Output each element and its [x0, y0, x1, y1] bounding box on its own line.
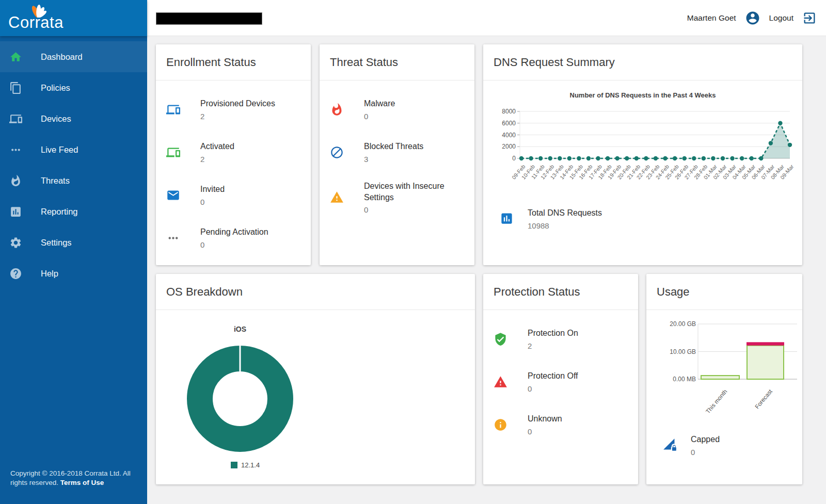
stat-value: 0: [528, 384, 578, 393]
svg-text:4000: 4000: [502, 132, 516, 139]
stat-malware: Malware 0: [330, 95, 464, 124]
stat-value: 10988: [528, 221, 602, 230]
home-icon: [9, 51, 22, 63]
user-area: Maarten Goet Logout: [687, 0, 817, 36]
flame-icon: [9, 174, 22, 187]
divider: [320, 80, 474, 80]
logout-icon[interactable]: [802, 11, 817, 25]
email-icon: [166, 188, 181, 202]
network-locked-icon: [663, 438, 677, 452]
info-circle-icon: [494, 418, 508, 432]
threat-status-card: Threat Status Malware 0 Blocked Threats: [320, 44, 474, 265]
stat-label: Devices with Insecure Settings: [364, 181, 462, 203]
sidebar-item-dashboard[interactable]: Dashboard: [0, 41, 147, 72]
stat-value: 0: [364, 112, 395, 121]
sidebar-item-label: Threats: [41, 176, 70, 186]
corrata-dashboard: Corrata Dashboard Policies Devices: [0, 0, 826, 504]
brand-name: Corrata: [8, 13, 63, 32]
sidebar-item-reporting[interactable]: Reporting: [0, 196, 147, 227]
sidebar-item-label: Help: [41, 269, 58, 279]
bar-chart-icon: [500, 212, 514, 225]
stat-protection-on: Protection On 2: [494, 324, 628, 353]
devices-icon: [9, 112, 22, 125]
card-title: Enrollment Status: [156, 44, 311, 80]
stat-value: 0: [200, 240, 268, 249]
block-icon: [330, 145, 344, 159]
usage-bar-chart: 0.00 MB10.00 GB20.00 GBThis monthForecas…: [646, 310, 802, 430]
warning-triangle-red-icon: [494, 375, 508, 389]
terms-of-use-link[interactable]: Terms of Use: [60, 479, 104, 486]
top-bar: Maarten Goet Logout: [147, 0, 826, 36]
sidebar-item-label: Settings: [41, 238, 72, 248]
stat-value: 2: [528, 342, 578, 350]
sidebar-item-label: Devices: [41, 114, 71, 124]
card-title: Usage: [646, 274, 802, 310]
os-donut-chart: iOS12.1.4: [156, 310, 475, 480]
stat-label: Unknown: [528, 413, 562, 425]
stat-label: Activated: [200, 141, 234, 152]
sidebar-item-live-feed[interactable]: Live Feed: [0, 134, 147, 165]
sidebar-item-label: Reporting: [41, 207, 78, 217]
sidebar-item-help[interactable]: Help: [0, 258, 147, 289]
gear-icon: [9, 236, 22, 249]
stat-value: 2: [200, 112, 275, 121]
svg-text:Forecast: Forecast: [754, 388, 773, 410]
protection-status-card: Protection Status Protection On 2 Protec…: [483, 274, 638, 484]
svg-text:0.00 MB: 0.00 MB: [673, 376, 696, 383]
stat-protection-off: Protection Off 0: [494, 367, 628, 396]
stat-blocked-threats: Blocked Threats 3: [330, 138, 464, 167]
svg-text:2000: 2000: [502, 143, 516, 150]
dashboard-content: Enrollment Status Provisioned Devices 2 …: [147, 36, 826, 504]
card-title: OS Breakdown: [156, 274, 475, 310]
devices-icon-green: [166, 145, 181, 159]
divider: [483, 80, 802, 80]
stat-capped: Capped 0: [646, 434, 802, 457]
devices-icon: [166, 103, 181, 117]
svg-text:iOS: iOS: [234, 325, 246, 333]
stat-value: 0: [691, 448, 720, 457]
dns-line-chart: 0200040006000800009-Feb10-Feb11-Feb12-Fe…: [483, 101, 802, 206]
dns-request-summary-card: DNS Request Summary Number of DNS Reques…: [483, 44, 802, 265]
sidebar-nav: Dashboard Policies Devices Live Feed: [0, 36, 147, 289]
warning-triangle-icon: [330, 190, 344, 204]
stat-value: 3: [364, 155, 423, 164]
svg-text:8000: 8000: [502, 108, 516, 115]
help-icon: [9, 267, 22, 280]
copy-icon: [9, 82, 22, 94]
stat-value: 0: [528, 427, 562, 436]
sidebar: Corrata Dashboard Policies Devices: [0, 0, 147, 504]
shield-check-icon: [494, 332, 508, 346]
enrollment-status-card: Enrollment Status Provisioned Devices 2 …: [156, 44, 311, 265]
stat-label: Blocked Threats: [364, 141, 423, 152]
more-dots-icon: [9, 143, 22, 156]
sidebar-item-settings[interactable]: Settings: [0, 227, 147, 258]
brand-header: Corrata: [0, 0, 147, 36]
usage-card: Usage 0.00 MB10.00 GB20.00 GBThis monthF…: [646, 274, 802, 484]
sidebar-item-label: Policies: [41, 83, 70, 93]
stat-unknown: Unknown 0: [494, 410, 628, 439]
avatar-icon[interactable]: [745, 10, 760, 26]
sidebar-item-policies[interactable]: Policies: [0, 72, 147, 103]
pending-dots-icon: [166, 231, 181, 245]
stat-provisioned-devices: Provisioned Devices 2: [166, 95, 300, 124]
stat-value: 0: [200, 198, 225, 206]
stat-label: Pending Activation: [200, 226, 268, 238]
stat-total-dns-requests: Total DNS Requests 10988: [483, 207, 802, 230]
logout-button[interactable]: Logout: [769, 13, 793, 23]
sidebar-item-label: Live Feed: [41, 145, 78, 155]
copyright-text: Copyright © 2016-2018 Corrata Ltd. All r…: [10, 469, 138, 487]
sidebar-item-devices[interactable]: Devices: [0, 103, 147, 134]
card-title: Threat Status: [320, 44, 474, 80]
stat-invited: Invited 0: [166, 181, 300, 209]
stat-pending-activation: Pending Activation 0: [166, 223, 300, 252]
user-name: Maarten Goet: [687, 13, 736, 23]
stat-activated: Activated 2: [166, 138, 300, 167]
sidebar-item-threats[interactable]: Threats: [0, 165, 147, 196]
stat-label: Protection Off: [528, 370, 578, 382]
stat-value: 2: [200, 155, 234, 164]
dns-chart-title: Number of DNS Requests in the Past 4 Wee…: [483, 91, 802, 99]
card-title: DNS Request Summary: [483, 44, 802, 80]
svg-text:6000: 6000: [502, 120, 516, 127]
stat-label: Capped: [691, 434, 720, 445]
svg-text:12.1.4: 12.1.4: [241, 461, 260, 469]
